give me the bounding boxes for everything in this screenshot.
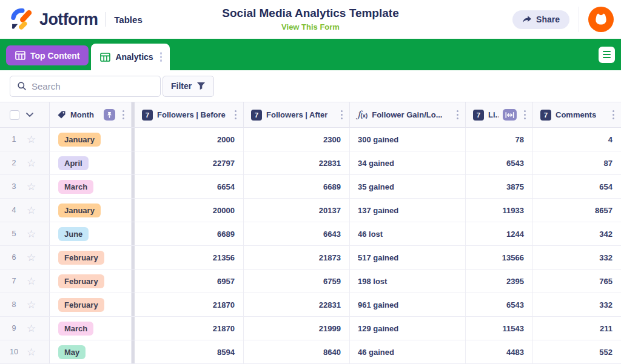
followers-before-cell[interactable]: 21870 bbox=[135, 317, 244, 340]
comments-cell[interactable]: 342 bbox=[533, 222, 621, 245]
likes-cell[interactable]: 1244 bbox=[466, 222, 533, 245]
favorite-star-icon[interactable]: ☆ bbox=[27, 134, 36, 145]
month-cell[interactable]: January bbox=[50, 128, 132, 151]
followers-before-cell[interactable]: 6957 bbox=[135, 270, 244, 293]
comments-cell[interactable]: 552 bbox=[533, 340, 621, 363]
favorite-star-icon[interactable]: ☆ bbox=[27, 158, 36, 168]
follower-gain-cell[interactable]: 46 lost bbox=[350, 222, 466, 245]
column-kebab-icon[interactable] bbox=[611, 108, 616, 122]
followers-after-cell[interactable]: 6759 bbox=[244, 270, 350, 293]
favorite-star-icon[interactable]: ☆ bbox=[27, 347, 36, 357]
follower-gain-cell[interactable]: 137 gained bbox=[350, 199, 466, 222]
followers-before-cell[interactable]: 6689 bbox=[135, 222, 244, 245]
followers-after-cell[interactable]: 8640 bbox=[244, 340, 350, 363]
comments-cell[interactable]: 87 bbox=[533, 151, 621, 174]
likes-cell[interactable]: 11933 bbox=[466, 199, 533, 222]
comments-cell[interactable]: 654 bbox=[533, 175, 621, 198]
expand-rows-chevron-icon[interactable] bbox=[26, 113, 33, 117]
likes-cell[interactable]: 2395 bbox=[466, 270, 533, 293]
month-pill[interactable]: May bbox=[58, 345, 86, 359]
month-pill[interactable]: March bbox=[58, 180, 93, 194]
month-pill[interactable]: February bbox=[58, 251, 104, 265]
brand-area[interactable]: Jotform Tables bbox=[0, 7, 143, 31]
likes-cell[interactable]: 3875 bbox=[466, 175, 533, 198]
followers-before-cell[interactable]: 2000 bbox=[135, 128, 244, 151]
follower-gain-cell[interactable]: 961 gained bbox=[350, 293, 466, 316]
followers-after-cell[interactable]: 21873 bbox=[244, 246, 350, 269]
filter-button[interactable]: Filter bbox=[163, 76, 214, 97]
favorite-star-icon[interactable]: ☆ bbox=[27, 323, 36, 334]
column-header-followers-before[interactable]: 7 Followers | Before bbox=[135, 102, 244, 127]
tab-top-content[interactable]: Top Content bbox=[6, 45, 89, 65]
comments-cell[interactable]: 8657 bbox=[533, 199, 621, 222]
likes-cell[interactable]: 11543 bbox=[466, 317, 533, 340]
likes-cell[interactable]: 78 bbox=[466, 128, 533, 151]
followers-after-cell[interactable]: 6689 bbox=[244, 175, 350, 198]
column-kebab-icon[interactable] bbox=[522, 108, 528, 122]
tab-kebab-icon[interactable] bbox=[158, 50, 164, 64]
likes-cell[interactable]: 13566 bbox=[466, 246, 533, 269]
column-header-followers-after[interactable]: 7 Followers | After bbox=[244, 102, 350, 127]
favorite-star-icon[interactable]: ☆ bbox=[27, 300, 36, 310]
comments-cell[interactable]: 332 bbox=[533, 246, 621, 269]
followers-after-cell[interactable]: 20137 bbox=[244, 199, 350, 222]
followers-after-cell[interactable]: 2300 bbox=[244, 128, 350, 151]
comments-cell[interactable]: 211 bbox=[533, 317, 621, 340]
column-resize-badge[interactable] bbox=[503, 109, 517, 121]
likes-cell[interactable]: 4483 bbox=[466, 340, 533, 363]
column-kebab-icon[interactable] bbox=[233, 108, 238, 122]
followers-after-cell[interactable]: 6643 bbox=[244, 222, 350, 245]
month-pill[interactable]: January bbox=[58, 204, 101, 217]
tab-analytics[interactable]: Analytics bbox=[91, 44, 170, 70]
followers-before-cell[interactable]: 8594 bbox=[135, 340, 244, 363]
column-kebab-icon[interactable] bbox=[121, 108, 126, 122]
followers-before-cell[interactable]: 21356 bbox=[135, 246, 244, 269]
favorite-star-icon[interactable]: ☆ bbox=[27, 182, 36, 192]
follower-gain-cell[interactable]: 129 gained bbox=[350, 317, 466, 340]
column-header-likes[interactable]: 7 Li... bbox=[466, 102, 533, 127]
follower-gain-cell[interactable]: 517 gained bbox=[350, 246, 466, 269]
month-pill[interactable]: June bbox=[58, 227, 89, 241]
favorite-star-icon[interactable]: ☆ bbox=[27, 276, 36, 286]
column-header-follower-gain[interactable]: ƒ(x) Follower Gain/Lo... bbox=[350, 102, 466, 127]
follower-gain-cell[interactable]: 34 gained bbox=[350, 151, 466, 174]
pinned-column-badge[interactable] bbox=[104, 109, 115, 121]
month-cell[interactable]: March bbox=[50, 317, 132, 340]
month-pill[interactable]: February bbox=[58, 298, 104, 312]
follower-gain-cell[interactable]: 46 gained bbox=[350, 340, 466, 363]
month-pill[interactable]: January bbox=[58, 133, 101, 147]
month-cell[interactable]: March bbox=[50, 175, 132, 198]
month-cell[interactable]: February bbox=[50, 246, 132, 269]
month-pill[interactable]: March bbox=[58, 322, 93, 336]
month-cell[interactable]: February bbox=[50, 270, 132, 293]
sheet-list-menu-button[interactable] bbox=[599, 47, 615, 63]
likes-cell[interactable]: 6543 bbox=[466, 293, 533, 316]
favorite-star-icon[interactable]: ☆ bbox=[27, 229, 36, 239]
month-cell[interactable]: April bbox=[50, 151, 132, 174]
followers-after-cell[interactable]: 22831 bbox=[244, 151, 350, 174]
column-header-comments[interactable]: 7 Comments bbox=[533, 102, 621, 127]
favorite-star-icon[interactable]: ☆ bbox=[27, 253, 36, 263]
follower-gain-cell[interactable]: 300 gained bbox=[350, 128, 466, 151]
followers-before-cell[interactable]: 6654 bbox=[135, 175, 244, 198]
comments-cell[interactable]: 332 bbox=[533, 293, 621, 316]
follower-gain-cell[interactable]: 198 lost bbox=[350, 270, 466, 293]
favorite-star-icon[interactable]: ☆ bbox=[27, 205, 36, 216]
month-pill[interactable]: April bbox=[58, 156, 89, 170]
select-all-checkbox[interactable] bbox=[10, 110, 19, 120]
followers-after-cell[interactable]: 22831 bbox=[244, 293, 350, 316]
month-cell[interactable]: January bbox=[50, 199, 132, 222]
month-cell[interactable]: May bbox=[50, 340, 132, 363]
month-cell[interactable]: June bbox=[50, 222, 132, 245]
month-cell[interactable]: February bbox=[50, 293, 132, 316]
search-input[interactable] bbox=[32, 81, 153, 91]
month-pill[interactable]: February bbox=[58, 274, 104, 288]
column-kebab-icon[interactable] bbox=[455, 108, 460, 122]
followers-before-cell[interactable]: 20000 bbox=[135, 199, 244, 222]
follower-gain-cell[interactable]: 35 gained bbox=[350, 175, 466, 198]
comments-cell[interactable]: 765 bbox=[533, 270, 621, 293]
likes-cell[interactable]: 6543 bbox=[466, 151, 533, 174]
view-this-form-link[interactable]: View This Form bbox=[281, 22, 340, 32]
comments-cell[interactable]: 4 bbox=[533, 128, 621, 151]
column-kebab-icon[interactable] bbox=[339, 108, 344, 122]
